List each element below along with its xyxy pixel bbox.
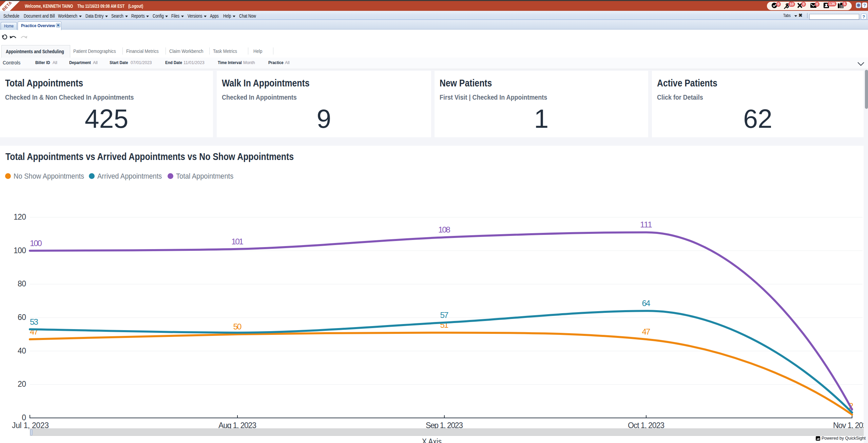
svg-text:40: 40 [18, 346, 26, 355]
svg-text:60: 60 [18, 313, 26, 322]
svg-text:5: 5 [844, 2, 846, 6]
svg-text:57: 57 [440, 310, 449, 320]
svg-text:100: 100 [14, 246, 26, 255]
svg-text:111: 111 [640, 220, 652, 229]
svg-text:0: 0 [803, 2, 805, 6]
svg-text:80: 80 [18, 279, 26, 288]
svg-text:136: 136 [829, 2, 835, 6]
svg-text:64: 64 [642, 299, 651, 308]
svg-text:53: 53 [30, 317, 38, 326]
svg-text:0: 0 [777, 2, 779, 6]
svg-text:101: 101 [231, 237, 244, 246]
svg-text:20: 20 [18, 380, 26, 388]
svg-text:10: 10 [790, 2, 794, 6]
svg-text:0: 0 [816, 2, 818, 6]
svg-text:120: 120 [14, 213, 26, 221]
svg-text:50: 50 [233, 322, 242, 331]
svg-text:47: 47 [642, 327, 651, 336]
svg-text:?: ? [863, 3, 866, 8]
svg-text:108: 108 [438, 225, 450, 234]
svg-text:100: 100 [30, 239, 42, 248]
